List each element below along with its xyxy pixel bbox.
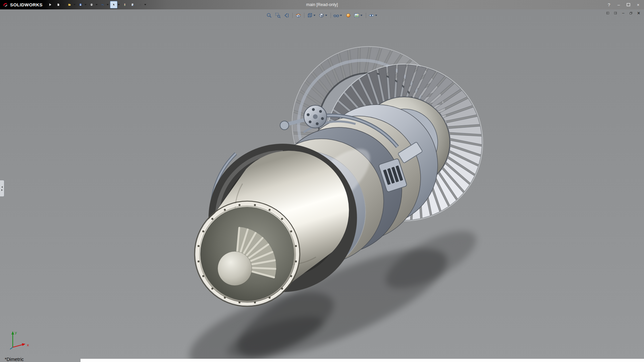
collapse-arrow-icon: [1, 186, 3, 188]
main-toolbar: [55, 1, 147, 8]
save-caret-icon[interactable]: [85, 4, 87, 5]
toolbar-separator: [304, 13, 305, 18]
view-settings-eye-icon: [369, 12, 375, 18]
print-icon: [90, 2, 93, 7]
section-view-icon: [296, 12, 302, 18]
undo-icon: [101, 2, 104, 7]
restore-icon: [630, 11, 632, 15]
view-orientation-label: *Dimetric: [5, 357, 24, 362]
hide-show-items-button[interactable]: [333, 11, 344, 19]
view-orientation-cube-icon: [307, 12, 313, 18]
save-icon: [79, 2, 82, 7]
apply-scene-caret-icon[interactable]: [361, 15, 363, 16]
undo-button[interactable]: [99, 1, 106, 8]
edit-appearance-ball-icon: [345, 12, 352, 18]
window-title: main [Read-only]: [306, 0, 338, 9]
save-button[interactable]: [77, 1, 84, 8]
file-properties-icon: [131, 2, 134, 7]
open-folder-icon: [68, 2, 71, 7]
pane-left-icon: [606, 11, 609, 15]
options-caret-icon[interactable]: [144, 4, 146, 5]
viewport-3d[interactable]: – × x y *Dimetric: [0, 9, 644, 362]
logo-text: SOLIDWORKS: [10, 2, 43, 7]
file-properties-button[interactable]: [129, 1, 136, 8]
view-settings-caret-icon[interactable]: [375, 15, 377, 16]
view-settings-button[interactable]: [368, 11, 379, 19]
rebuild-traffic-light-icon: [123, 2, 126, 7]
view-orientation-caret-icon[interactable]: [314, 15, 316, 16]
heads-up-view-toolbar: [263, 11, 381, 20]
print-button[interactable]: [88, 1, 95, 8]
titlebar: SOLIDWORKS: [0, 0, 644, 9]
triad-x-label: x: [27, 343, 29, 347]
undo-caret-icon[interactable]: [107, 4, 109, 5]
display-style-cube-icon: [319, 12, 325, 18]
toolbar-separator: [292, 13, 293, 18]
menu-expand-icon[interactable]: [49, 3, 51, 6]
expand-arrow-icon: [1, 189, 3, 191]
display-style-caret-icon[interactable]: [325, 15, 327, 16]
edit-appearance-button[interactable]: [344, 11, 353, 19]
new-document-button[interactable]: [55, 1, 62, 8]
open-caret-icon[interactable]: [73, 4, 75, 5]
toolbar-separator: [331, 13, 331, 18]
solidworks-logo-icon: [3, 2, 8, 7]
document-window-controls: – ×: [604, 10, 642, 16]
hide-show-caret-icon[interactable]: [340, 15, 342, 16]
close-button[interactable]: ×: [634, 1, 643, 8]
zoom-to-area-button[interactable]: [274, 11, 282, 19]
zoom-to-area-icon: [275, 12, 281, 18]
pane-right-icon: [614, 11, 617, 15]
select-caret-icon[interactable]: [118, 4, 120, 5]
select-cursor-icon: [112, 2, 115, 7]
maximize-button[interactable]: [624, 1, 633, 8]
status-bar: [80, 359, 644, 362]
triad-y-label: y: [15, 330, 17, 335]
section-view-button[interactable]: [294, 11, 303, 19]
open-button[interactable]: [66, 1, 73, 8]
hide-show-glasses-icon: [333, 12, 339, 18]
task-pane-button[interactable]: [612, 10, 619, 16]
feature-manager-pane-button[interactable]: [604, 10, 611, 16]
rebuild-button[interactable]: [121, 1, 128, 8]
new-document-icon: [57, 2, 60, 7]
previous-view-icon: [284, 12, 290, 18]
minimize-document-button[interactable]: –: [620, 10, 627, 16]
select-button[interactable]: [110, 1, 117, 8]
reference-triad: x y: [8, 330, 32, 351]
display-style-button[interactable]: [318, 11, 329, 19]
print-caret-icon[interactable]: [96, 4, 98, 5]
solidworks-logo: SOLIDWORKS: [0, 0, 49, 9]
zoom-to-fit-button[interactable]: [265, 11, 273, 19]
restore-document-button[interactable]: [628, 10, 634, 16]
engine-model: [0, 9, 644, 362]
close-document-button[interactable]: ×: [635, 10, 642, 16]
options-button[interactable]: [137, 1, 144, 8]
apply-scene-button[interactable]: [353, 11, 364, 19]
zoom-to-fit-icon: [266, 12, 272, 18]
window-controls: ? – ×: [604, 0, 643, 9]
help-button[interactable]: ?: [604, 1, 613, 8]
toolbar-separator: [366, 13, 366, 18]
new-caret-icon[interactable]: [62, 4, 64, 5]
previous-view-button[interactable]: [283, 11, 291, 19]
maximize-icon: [627, 3, 630, 6]
options-gear-icon: [139, 2, 142, 7]
minimize-button[interactable]: –: [614, 1, 623, 8]
solidworks-window: SOLIDWORKS: [0, 0, 644, 362]
apply-scene-icon: [354, 12, 360, 18]
feature-manager-expand-tab[interactable]: [0, 180, 4, 197]
view-orientation-button[interactable]: [306, 11, 317, 19]
